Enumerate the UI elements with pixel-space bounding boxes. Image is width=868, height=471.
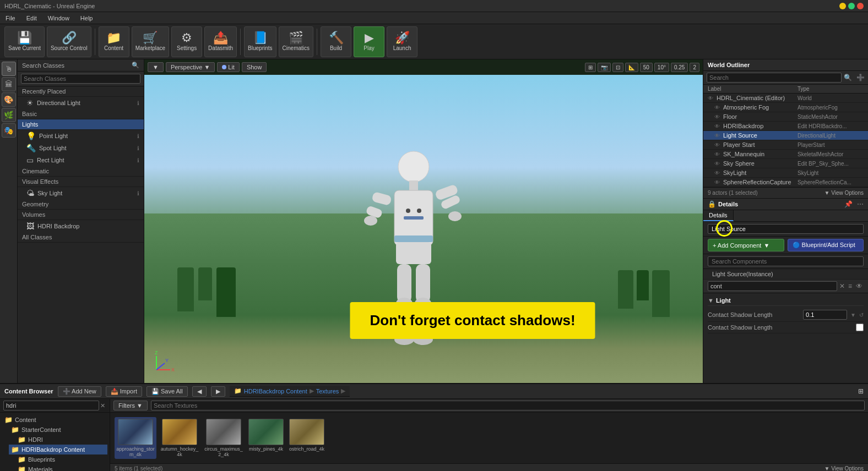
mode-landscape[interactable]: 🌿: [2, 108, 16, 122]
mode-place[interactable]: 🏛: [2, 77, 16, 91]
back-button[interactable]: ◀: [192, 386, 207, 397]
outliner-item-fog[interactable]: 👁 Atmospheric Fog AtmosphericFog: [703, 103, 868, 112]
class-item-rect-light[interactable]: ▭ Rect Light ℹ: [18, 154, 144, 166]
contact-shadow-input[interactable]: [806, 311, 844, 318]
settings-button[interactable]: ⚙ Settings: [171, 26, 202, 57]
tree-item-content[interactable]: 📁 Content: [2, 415, 107, 425]
outliner-item-sky-sphere[interactable]: 👁 Sky Sphere Edit BP_Sky_Sphe...: [703, 159, 868, 168]
viewport-rotate-snap[interactable]: 10°: [654, 63, 669, 72]
mode-select[interactable]: 🖱: [2, 62, 16, 76]
sky-light-info[interactable]: ℹ: [137, 190, 139, 196]
eye-icon-fog[interactable]: 👁: [714, 105, 720, 111]
eye-icon-hdri[interactable]: 👁: [714, 123, 720, 129]
cb-search-textures-input[interactable]: [151, 401, 865, 410]
save-current-button[interactable]: 💾 Save Current: [4, 26, 45, 57]
filter-clear-button[interactable]: ✕: [839, 282, 845, 290]
details-pin-icon[interactable]: 📌: [844, 200, 853, 208]
class-item-directional-light[interactable]: ☀ Directional Light ℹ: [18, 97, 144, 109]
light-section-header[interactable]: ▼ Light: [708, 295, 864, 306]
component-search-input[interactable]: [708, 256, 864, 266]
filter-icon-1[interactable]: ≡: [847, 282, 853, 290]
menu-window[interactable]: Window: [46, 14, 72, 23]
eye-icon-light[interactable]: 👁: [714, 133, 720, 139]
viewport-grid-size[interactable]: 50: [640, 63, 653, 72]
eye-icon-skylight[interactable]: 👁: [714, 170, 720, 176]
prop-arrow-down[interactable]: ▼: [850, 312, 856, 318]
eye-icon-sky-sphere[interactable]: 👁: [714, 161, 720, 167]
tree-item-starter-content[interactable]: 📁 StarterContent: [9, 425, 107, 435]
cb-filter-input[interactable]: [3, 401, 99, 410]
content-button[interactable]: 📁 Content: [99, 26, 129, 57]
show-button[interactable]: Show: [242, 62, 267, 72]
viewport-tool-4[interactable]: 📐: [625, 63, 638, 72]
forward-button[interactable]: ▶: [211, 386, 225, 397]
breadcrumb-hdri[interactable]: HDRIBackdrop Content: [244, 388, 307, 395]
blueprint-add-script-button[interactable]: 🔵 Blueprint/Add Script: [788, 239, 864, 251]
menu-help[interactable]: Help: [78, 14, 95, 23]
minimize-button[interactable]: [839, 3, 846, 9]
menu-file[interactable]: File: [3, 14, 18, 23]
tree-item-hdri-backdrop-content[interactable]: 📁 HDRIBackdrop Content: [9, 445, 107, 454]
comp-item-light-source[interactable]: Light Source(Instance): [703, 269, 868, 280]
marketplace-button[interactable]: 🛒 Marketplace: [132, 26, 169, 57]
classes-search-icon[interactable]: 🔍: [132, 62, 139, 69]
import-button[interactable]: 📥 Import: [106, 386, 142, 397]
source-control-button[interactable]: 🔗 Source Control: [47, 26, 91, 57]
viewport-scale-snap[interactable]: 0.25: [671, 63, 688, 72]
class-item-spot-light[interactable]: 🔦 Spot Light ℹ: [18, 142, 144, 154]
launch-button[interactable]: 🚀 Launch: [387, 26, 417, 57]
category-visual-effects[interactable]: Visual Effects: [18, 177, 144, 187]
prop-reset-button[interactable]: ↺: [859, 312, 864, 318]
tree-item-blueprints[interactable]: 📁 Blueprints: [15, 454, 107, 464]
contact-shadow-checkbox[interactable]: [856, 324, 864, 331]
texture-thumb-1[interactable]: autumn_hockey_4k: [159, 417, 200, 459]
category-cinematic[interactable]: Cinematic: [18, 166, 144, 177]
save-all-button[interactable]: 💾 Save All: [147, 386, 188, 397]
filters-button[interactable]: Filters ▼: [113, 401, 148, 410]
cb-view-options-button[interactable]: ▼ View Options: [824, 465, 864, 471]
outliner-item-sphere-reflection[interactable]: 👁 SphereReflectionCapture SphereReflecti…: [703, 178, 868, 187]
outliner-item-mannequin[interactable]: 👁 SK_Mannequin SkeletalMeshActor: [703, 150, 868, 159]
texture-thumb-2[interactable]: circus_maximus_2_4k: [203, 417, 245, 459]
lit-button[interactable]: Lit: [217, 62, 240, 72]
close-button[interactable]: [857, 3, 864, 9]
tree-item-hdri[interactable]: 📁 HDRI: [15, 435, 107, 445]
build-button[interactable]: 🔨 Build: [321, 26, 351, 57]
viewport[interactable]: ▼ Perspective ▼ Lit Show ⊞ 📷 ⊡ 📐 50 10° …: [144, 59, 703, 383]
eye-icon[interactable]: 👁: [708, 95, 713, 101]
viewport-tool-1[interactable]: ⊞: [585, 63, 596, 72]
breadcrumb-textures[interactable]: Textures: [316, 388, 339, 395]
outliner-item-floor[interactable]: 👁 Floor StaticMeshActor: [703, 112, 868, 122]
spot-light-info[interactable]: ℹ: [137, 145, 139, 151]
tab-details[interactable]: Details: [703, 210, 734, 221]
outliner-item-light-source[interactable]: 👁 Light Source DirectionalLight: [703, 131, 868, 140]
datasmith-button[interactable]: 📤 Datasmith: [204, 26, 237, 57]
category-recently-placed[interactable]: Recently Placed: [18, 86, 144, 97]
texture-thumb-0[interactable]: approaching_storm_4k: [115, 417, 156, 459]
classes-search-input[interactable]: [21, 74, 140, 84]
viewport-tool-3[interactable]: ⊡: [612, 63, 623, 72]
cinematics-button[interactable]: 🎬 Cinematics: [279, 26, 313, 57]
maximize-button[interactable]: [848, 3, 855, 9]
tree-item-materials[interactable]: 📁 Materials: [15, 464, 107, 471]
directional-light-info[interactable]: ℹ: [137, 100, 139, 106]
outliner-item-player-start[interactable]: 👁 Player Start PlayerStart: [703, 140, 868, 150]
eye-icon-mannequin[interactable]: 👁: [714, 151, 720, 157]
outliner-item-world[interactable]: 👁 HDRL_Cinematic (Editor) World: [703, 94, 868, 103]
add-component-button[interactable]: + Add Component ▼: [708, 239, 784, 251]
outliner-add-icon[interactable]: ➕: [856, 74, 865, 81]
class-item-point-light[interactable]: 💡 Point Light ℹ: [18, 130, 144, 142]
category-all-classes[interactable]: All Classes: [18, 232, 144, 243]
filter-icon-2[interactable]: 👁: [855, 282, 864, 290]
rect-light-info[interactable]: ℹ: [137, 157, 139, 163]
point-light-info[interactable]: ℹ: [137, 133, 139, 139]
play-button[interactable]: ▶ Play: [354, 26, 384, 57]
details-more-icon[interactable]: ⋯: [857, 200, 864, 208]
eye-icon-sphere[interactable]: 👁: [714, 179, 720, 185]
outliner-item-hdri[interactable]: 👁 HDRIBackdrop Edit HDRIBackdro...: [703, 122, 868, 131]
outliner-item-skylight[interactable]: 👁 SkyLight SkyLight: [703, 168, 868, 178]
filter-input[interactable]: [708, 281, 837, 291]
view-options-button[interactable]: ▼ View Options: [824, 190, 864, 196]
class-item-sky-light[interactable]: 🌤 Sky Light ℹ: [18, 187, 144, 199]
blueprints-button[interactable]: 📘 Blueprints: [244, 26, 276, 57]
